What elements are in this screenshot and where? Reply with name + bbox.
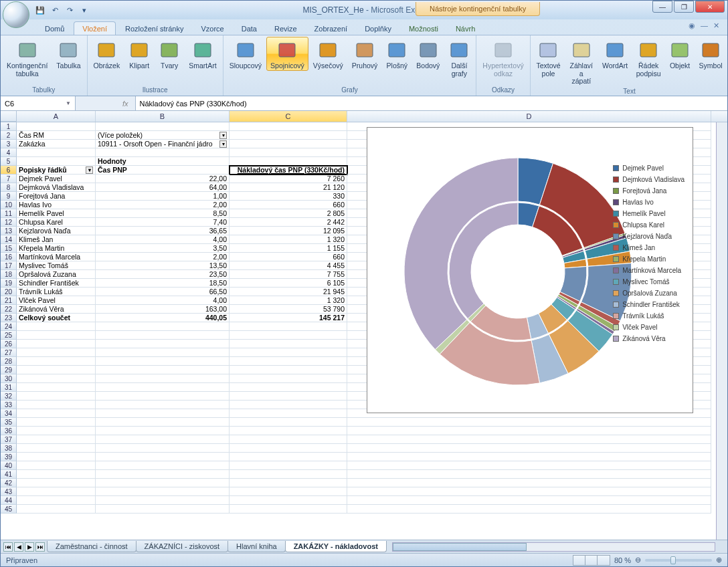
cell[interactable]	[17, 322, 96, 331]
cell[interactable]: Čas PNP	[96, 166, 230, 175]
cell[interactable]	[230, 140, 347, 148]
row-header[interactable]: 1	[1, 122, 17, 131]
cell[interactable]	[17, 418, 96, 427]
cell[interactable]: 1 320	[230, 235, 347, 244]
cell[interactable]	[347, 496, 711, 505]
cell[interactable]	[230, 401, 347, 409]
cell[interactable]	[230, 461, 347, 470]
row-header[interactable]: 12	[1, 218, 17, 227]
cell[interactable]: 4,00	[96, 235, 230, 244]
column-header-D[interactable]: D	[347, 111, 711, 122]
cell[interactable]: 660	[230, 201, 347, 209]
cell[interactable]: 1 320	[230, 296, 347, 305]
ribbon-button-plošný[interactable]: Plošný	[382, 37, 412, 71]
ribbon-button-řádek-podpisu[interactable]: Řádek podpisu	[632, 37, 664, 78]
cell[interactable]	[17, 331, 96, 340]
cell[interactable]: 22,00	[96, 175, 230, 183]
row-header[interactable]: 22	[1, 305, 17, 314]
cell[interactable]: 21 945	[230, 288, 347, 296]
ribbon-button-tvary[interactable]: Tvary	[155, 37, 184, 71]
cell[interactable]	[96, 409, 230, 418]
cell[interactable]: Hemelík Pavel	[17, 209, 96, 218]
cell[interactable]	[230, 496, 347, 505]
fx-icon[interactable]: fx	[116, 100, 135, 108]
cell[interactable]: Popisky řádků▾	[17, 166, 96, 175]
ribbon-tab-data[interactable]: Data	[234, 22, 265, 35]
doughnut-chart[interactable]: Dejmek PavelDejmková VladislavaForejtová…	[367, 127, 693, 413]
ribbon-button-smartart[interactable]: SmartArt	[185, 37, 220, 71]
cell[interactable]	[347, 453, 711, 461]
cell[interactable]	[347, 461, 711, 470]
row-header[interactable]: 11	[1, 209, 17, 218]
cell[interactable]: 6 105	[230, 279, 347, 288]
ribbon-button-objekt[interactable]: Objekt	[665, 37, 695, 71]
row-header[interactable]: 36	[1, 427, 17, 435]
cell[interactable]	[96, 322, 230, 331]
cell[interactable]	[96, 148, 230, 157]
cell[interactable]	[17, 401, 96, 409]
row-header[interactable]: 21	[1, 296, 17, 305]
cell[interactable]	[17, 348, 96, 357]
row-header[interactable]: 9	[1, 192, 17, 201]
cell[interactable]	[347, 479, 711, 487]
ribbon-button-hypertextový-odkaz[interactable]: Hypertextový odkaz	[478, 37, 527, 78]
row-header[interactable]: 27	[1, 348, 17, 357]
cell[interactable]	[96, 453, 230, 461]
sheet-tab[interactable]: Hlavní kniha	[227, 541, 286, 552]
row-header[interactable]: 8	[1, 183, 17, 192]
cell[interactable]	[17, 505, 96, 514]
cell[interactable]	[230, 357, 347, 366]
cell[interactable]	[96, 487, 230, 496]
ribbon-button-pruhový[interactable]: Pruhový	[348, 37, 382, 71]
cell[interactable]	[96, 357, 230, 366]
cell[interactable]	[96, 479, 230, 487]
cell[interactable]: 2,00	[96, 201, 230, 209]
zoom-level[interactable]: 80 %	[614, 556, 631, 564]
cell[interactable]: 66,50	[96, 288, 230, 296]
ribbon-button-wordart[interactable]: WordArt	[598, 37, 632, 71]
cell[interactable]: 8,50	[96, 209, 230, 218]
maximize-button[interactable]: ❐	[674, 1, 694, 13]
cell[interactable]	[96, 470, 230, 479]
cell[interactable]: Kejzlarová Naďa	[17, 227, 96, 235]
cell[interactable]	[230, 331, 347, 340]
cell[interactable]	[96, 331, 230, 340]
workbook-close-icon[interactable]: ✕	[713, 21, 719, 30]
cell[interactable]	[96, 461, 230, 470]
tab-nav-first-icon[interactable]: ⏮	[3, 542, 13, 552]
ribbon-button-textové-pole[interactable]: Textové pole	[533, 37, 565, 78]
close-button[interactable]: ✕	[695, 1, 725, 13]
ribbon-tab-rozložení stránky[interactable]: Rozložení stránky	[117, 22, 191, 35]
cell[interactable]	[96, 392, 230, 401]
row-header[interactable]: 33	[1, 401, 17, 409]
row-header[interactable]: 43	[1, 487, 17, 496]
sheet-tab[interactable]: ZAKÁZKY - nákladovost	[285, 541, 387, 552]
cell[interactable]: Klimeš Jan	[17, 235, 96, 244]
cell[interactable]: 145 217	[230, 314, 347, 322]
ribbon-button-kontingenční-tabulka[interactable]: Kontingenční tabulka	[3, 37, 52, 78]
save-icon[interactable]: 💾	[34, 4, 46, 16]
office-button[interactable]	[3, 1, 29, 28]
cell[interactable]	[347, 444, 711, 453]
row-header[interactable]: 32	[1, 392, 17, 401]
cell[interactable]	[17, 479, 96, 487]
cell[interactable]	[17, 461, 96, 470]
cell[interactable]	[17, 487, 96, 496]
ribbon-tab-možnosti[interactable]: Možnosti	[401, 22, 446, 35]
cell[interactable]	[230, 122, 347, 131]
cell[interactable]: Čas RM	[17, 131, 96, 140]
ribbon-button-bodový[interactable]: Bodový	[412, 37, 444, 71]
tab-nav-last-icon[interactable]: ⏭	[35, 542, 45, 552]
cell[interactable]	[17, 340, 96, 348]
zoom-slider[interactable]	[645, 559, 712, 562]
cell[interactable]	[96, 374, 230, 383]
cell[interactable]: 13,50	[96, 261, 230, 270]
cell[interactable]	[17, 435, 96, 444]
redo-icon[interactable]: ↷	[64, 4, 76, 16]
pivot-dropdown-icon[interactable]: ▾	[86, 166, 93, 174]
cell[interactable]	[17, 453, 96, 461]
row-header[interactable]: 7	[1, 175, 17, 183]
ribbon-tab-domů[interactable]: Domů	[37, 22, 72, 35]
cell[interactable]	[230, 435, 347, 444]
row-header[interactable]: 25	[1, 331, 17, 340]
